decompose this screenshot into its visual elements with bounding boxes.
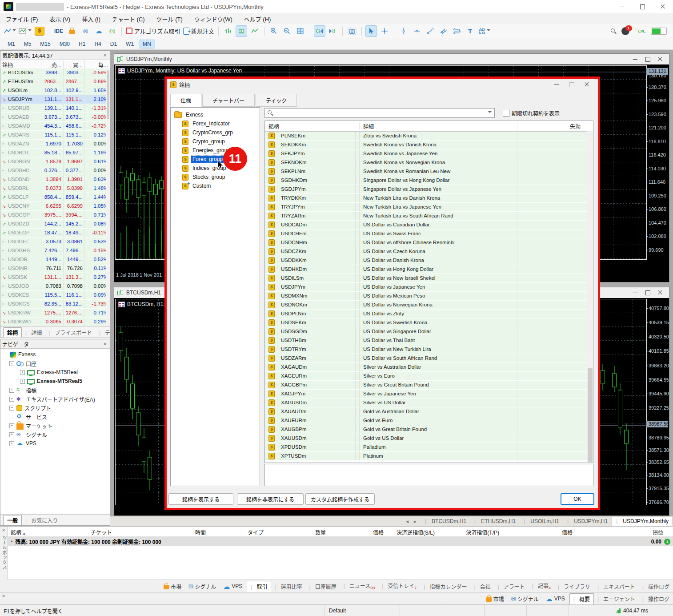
chart-tab[interactable]: USDJPYm,Monthly: [612, 517, 673, 526]
price-axis[interactable]: 38987.56 40757.80 40539.15 40320.50 4010…: [646, 298, 669, 515]
profile-selector[interactable]: Default: [324, 605, 400, 616]
symbol-row[interactable]: USDHKDm US Dollar vs Hong Kong Dollar: [265, 265, 593, 274]
symbol-group-item[interactable]: Energies_group: [171, 146, 260, 155]
symbol-row[interactable]: XAGUSDm Silver vs US Dollar: [265, 399, 593, 407]
overview-tab[interactable]: エージェント: [594, 594, 639, 604]
indicator-dropdown[interactable]: [18, 25, 32, 37]
symbol-row[interactable]: TRYZARm New Turkish Lira vs South Africa…: [265, 212, 593, 221]
chart-shift-button[interactable]: [327, 25, 339, 37]
close-button[interactable]: [653, 0, 673, 13]
column-header[interactable]: 損益: [576, 528, 673, 536]
navigator-tree-item[interactable]: + Exness-MT5Real5: [0, 377, 110, 386]
symbol-search-box[interactable]: [264, 108, 495, 118]
navigator-tree-item[interactable]: + Exness-MT5Real: [0, 368, 110, 377]
navigator-tree-item[interactable]: + マーケット: [0, 421, 110, 430]
close-button[interactable]: [654, 55, 666, 64]
symbol-row[interactable]: XAUEURm Gold vs Euro: [265, 416, 593, 425]
market-link[interactable]: 市場: [164, 583, 181, 590]
column-header[interactable]: 銘柄: [7, 528, 87, 536]
dialog-tab[interactable]: ティック: [256, 94, 297, 107]
symbol-row[interactable]: XAGEURm Silver vs Euro: [265, 372, 593, 381]
close-icon[interactable]: ×: [102, 341, 108, 346]
timeframe-button[interactable]: M1: [4, 40, 19, 48]
symbol-group-item[interactable]: Crypto_group: [171, 137, 260, 146]
column-header[interactable]: 銘柄: [265, 122, 360, 130]
market-watch-row[interactable]: USDKRW 1275.... 1276.... 0.71%: [0, 309, 110, 318]
toolbox-tab[interactable]: ニュース99: [340, 580, 379, 592]
market-watch-row[interactable]: USDCNY 6.6295 6.6299 1.05%: [0, 202, 110, 211]
market-watch-row[interactable]: USDJOD 0.7083 0.7098 0.00%: [0, 282, 110, 291]
column-header[interactable]: 銘柄: [0, 61, 41, 68]
tab-scroll-right-icon[interactable]: ►: [413, 519, 417, 524]
market-watch-row[interactable]: BTCUSDm 3898... 3903... -0.59%: [0, 68, 110, 77]
show-expired-option[interactable]: 期限切れ契約を表示: [503, 109, 560, 117]
expand-toggle-icon[interactable]: +: [9, 397, 14, 402]
market-watch-row[interactable]: USDEGP 18.47... 18.49... -0.11%: [0, 229, 110, 238]
price-axis[interactable]: 131.131 130.760 128.370 125.980 123.590 …: [646, 64, 669, 282]
navigator-tree-item[interactable]: サービス: [0, 412, 110, 421]
notifications-icon[interactable]: 1: [621, 27, 629, 35]
symbol-row[interactable]: USDCADm US Dollar vs Canadian Dollar: [265, 221, 593, 229]
dialog-titlebar[interactable]: 銘柄: [167, 79, 598, 90]
toolbox-tab[interactable]: 受信トレイ7: [378, 580, 420, 592]
timeframe-button[interactable]: M30: [56, 40, 74, 48]
symbol-row[interactable]: XPTUSDm Platinum: [265, 452, 593, 461]
toolbox-tab[interactable]: エキスパート: [594, 581, 639, 592]
bars-chart-button[interactable]: [222, 25, 234, 37]
ok-button[interactable]: OK: [561, 493, 594, 505]
symbol-row[interactable]: XAUGBPm Gold vs Great Britain Pound: [265, 425, 593, 434]
chart-tab[interactable]: ETHUSDm,H1: [470, 517, 520, 525]
toolbox-tab[interactable]: 運用比率: [271, 581, 305, 592]
timeframe-button[interactable]: M15: [36, 40, 54, 48]
broadcast-button[interactable]: ((+)): [106, 25, 118, 37]
symbol-row[interactable]: SEKJPYm Swedish Krona vs Japanese Yen: [265, 149, 593, 158]
hide-symbol-button[interactable]: 銘柄を非表示にする: [237, 493, 304, 505]
chevron-down-icon[interactable]: [488, 111, 492, 115]
search-icon[interactable]: [611, 28, 616, 34]
connection-status[interactable]: 404.47 ms: [611, 605, 673, 616]
symbol-group-item[interactable]: CryptoCross_grp: [171, 128, 260, 137]
toolbox-tab[interactable]: 取引: [247, 581, 271, 592]
maximize-button[interactable]: [564, 80, 579, 89]
market-button[interactable]: [66, 25, 78, 37]
symbol-row[interactable]: TRYDKKm New Turkish Lira vs Danish Krona: [265, 194, 593, 203]
panel-tab[interactable]: 一般: [3, 515, 22, 525]
symbol-row[interactable]: XAUUSDm Gold vs US Dollar: [265, 434, 593, 443]
expand-toggle-icon[interactable]: +: [9, 441, 14, 446]
close-icon[interactable]: ×: [102, 52, 108, 58]
navigator-tree-item[interactable]: + VPS: [0, 439, 110, 448]
symbol-row[interactable]: USDNOKm US Dollar vs Norwegian Krona: [265, 301, 593, 310]
checkbox[interactable]: [503, 110, 509, 117]
menu-item[interactable]: ファイル (F): [0, 15, 44, 23]
show-symbol-button[interactable]: 銘柄を表示する: [168, 493, 233, 505]
trendline-tool[interactable]: [425, 25, 436, 37]
signals-link[interactable]: ((•))シグナル: [511, 595, 539, 603]
minimize-button[interactable]: [612, 0, 632, 13]
dialog-tab[interactable]: 仕様: [170, 94, 201, 107]
symbol-row[interactable]: USDCZKm US Dollar vs Czech Koruna: [265, 247, 593, 256]
column-header[interactable]: 決済逆指値(S/L): [387, 528, 438, 536]
column-header[interactable]: 詳細: [360, 122, 517, 130]
overview-side-strip[interactable]: ×: [0, 592, 8, 605]
chart-window-titlebar[interactable]: USDJPYm,Monthly: [114, 54, 669, 65]
signals-link[interactable]: ((•))シグナル: [188, 583, 216, 590]
symbol-row[interactable]: USDCHFm US Dollar vs Swiss Franc: [265, 229, 593, 238]
symbol-row[interactable]: XAUAUDm Gold vs Australian Dollar: [265, 407, 593, 416]
symbol-row[interactable]: USDDKKm US Dollar vs Danish Krona: [265, 256, 593, 265]
symbol-group-item[interactable]: Stocks_group: [171, 173, 260, 181]
close-icon[interactable]: ×: [0, 593, 7, 599]
symbol-row[interactable]: XPDUSDm Palladium: [265, 443, 593, 452]
signals-button[interactable]: ((•)): [80, 25, 91, 37]
market-watch-row[interactable]: USDBDT 85.18... 85.97... 1.19%: [0, 149, 110, 157]
market-watch-row[interactable]: USDARS 115.1... 115.1... 0.12%: [0, 131, 110, 140]
market-watch-row[interactable]: USDRUB 139.1... 140.1... -1.31%: [0, 104, 110, 113]
cursor-tool[interactable]: [365, 25, 377, 37]
vertical-line-tool[interactable]: [398, 25, 409, 37]
symbol-group-item[interactable]: Custom: [171, 181, 260, 190]
candlestick-chart-button[interactable]: [236, 25, 247, 37]
column-header[interactable]: 失効: [517, 122, 593, 130]
orders-table-header[interactable]: 銘柄 チケット 時間 タイプ 数量 価格 決済逆指値(S/L) 決済指値(T/P…: [7, 527, 673, 537]
tile-windows-button[interactable]: [295, 25, 306, 37]
channel-tool[interactable]: [438, 25, 449, 37]
overview-tab[interactable]: 概要: [569, 593, 594, 604]
